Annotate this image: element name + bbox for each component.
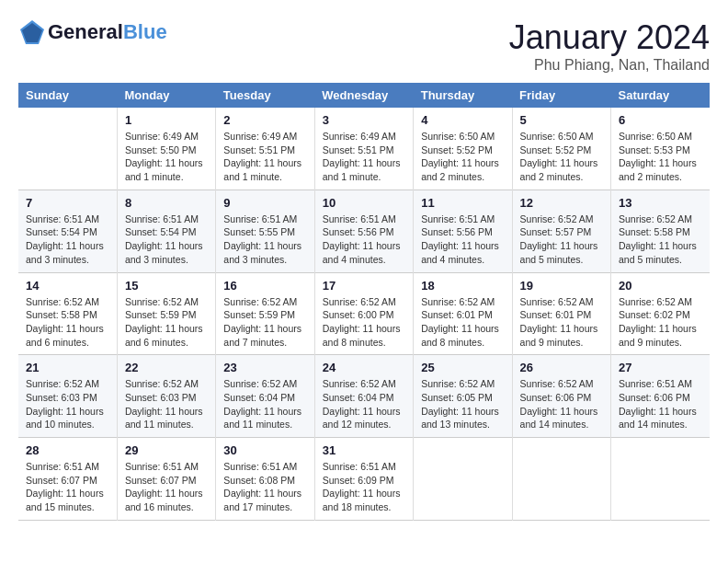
calendar-cell: 4Sunrise: 6:50 AM Sunset: 5:52 PM Daylig… [414,108,512,190]
day-number: 21 [26,361,109,374]
calendar-cell: 23Sunrise: 6:52 AM Sunset: 6:04 PM Dayli… [216,355,314,438]
day-info: Sunrise: 6:50 AM Sunset: 5:52 PM Dayligh… [421,130,504,184]
day-info: Sunrise: 6:51 AM Sunset: 6:08 PM Dayligh… [223,460,306,514]
day-info: Sunrise: 6:52 AM Sunset: 6:00 PM Dayligh… [323,295,405,350]
weekday-header-row: SundayMondayTuesdayWednesdayThursdayFrid… [18,83,710,108]
day-info: Sunrise: 6:49 AM Sunset: 5:51 PM Dayligh… [223,130,306,184]
day-info: Sunrise: 6:51 AM Sunset: 5:54 PM Dayligh… [125,213,208,267]
day-info: Sunrise: 6:51 AM Sunset: 6:09 PM Dayligh… [323,460,405,514]
calendar-cell [611,438,710,521]
calendar-cell: 24Sunrise: 6:52 AM Sunset: 6:04 PM Dayli… [314,355,413,438]
calendar-cell: 20Sunrise: 6:52 AM Sunset: 6:02 PM Dayli… [611,272,710,355]
logo-text: GeneralBlue [48,21,167,43]
calendar-cell: 16Sunrise: 6:52 AM Sunset: 5:59 PM Dayli… [216,272,314,355]
day-info: Sunrise: 6:51 AM Sunset: 5:55 PM Dayligh… [223,213,306,267]
weekday-header-wednesday: Wednesday [314,83,413,108]
calendar-week-row: 14Sunrise: 6:52 AM Sunset: 5:58 PM Dayli… [18,272,710,355]
calendar-week-row: 7Sunrise: 6:51 AM Sunset: 5:54 PM Daylig… [18,190,710,272]
calendar-cell: 17Sunrise: 6:52 AM Sunset: 6:00 PM Dayli… [314,272,413,355]
day-number: 5 [520,113,603,127]
day-number: 10 [323,196,405,210]
day-number: 4 [421,113,504,127]
calendar-cell: 10Sunrise: 6:51 AM Sunset: 5:56 PM Dayli… [314,190,413,272]
calendar-cell: 3Sunrise: 6:49 AM Sunset: 5:51 PM Daylig… [314,108,413,190]
calendar-cell: 19Sunrise: 6:52 AM Sunset: 6:01 PM Dayli… [512,272,610,355]
month-title: January 2024 [509,18,710,57]
calendar-cell [414,438,512,521]
calendar-cell: 14Sunrise: 6:52 AM Sunset: 5:58 PM Dayli… [18,272,117,355]
day-number: 20 [619,279,702,293]
day-info: Sunrise: 6:52 AM Sunset: 6:02 PM Dayligh… [619,295,702,350]
logo: GeneralBlue [18,18,167,46]
calendar-cell: 28Sunrise: 6:51 AM Sunset: 6:07 PM Dayli… [18,438,117,521]
calendar-cell: 26Sunrise: 6:52 AM Sunset: 6:06 PM Dayli… [512,355,610,438]
calendar-cell: 22Sunrise: 6:52 AM Sunset: 6:03 PM Dayli… [117,355,215,438]
calendar-week-row: 28Sunrise: 6:51 AM Sunset: 6:07 PM Dayli… [18,438,710,521]
day-number: 13 [619,196,702,210]
day-number: 11 [421,196,504,210]
day-number: 29 [125,443,208,457]
day-info: Sunrise: 6:51 AM Sunset: 6:07 PM Dayligh… [125,460,208,514]
calendar-cell: 29Sunrise: 6:51 AM Sunset: 6:07 PM Dayli… [117,438,215,521]
calendar-cell: 18Sunrise: 6:52 AM Sunset: 6:01 PM Dayli… [414,272,512,355]
day-info: Sunrise: 6:51 AM Sunset: 6:07 PM Dayligh… [26,460,109,514]
day-number: 25 [421,361,504,374]
day-number: 6 [619,113,702,127]
calendar-table: SundayMondayTuesdayWednesdayThursdayFrid… [18,83,710,521]
day-number: 9 [223,196,306,210]
day-number: 15 [125,279,208,293]
day-number: 19 [520,279,603,293]
weekday-header-monday: Monday [117,83,215,108]
day-info: Sunrise: 6:52 AM Sunset: 6:01 PM Dayligh… [421,295,504,350]
weekday-header-friday: Friday [512,83,610,108]
weekday-header-thursday: Thursday [414,83,512,108]
calendar-week-row: 1Sunrise: 6:49 AM Sunset: 5:50 PM Daylig… [18,108,710,190]
calendar-cell [18,108,117,190]
calendar-cell: 12Sunrise: 6:52 AM Sunset: 5:57 PM Dayli… [512,190,610,272]
day-info: Sunrise: 6:51 AM Sunset: 5:54 PM Dayligh… [26,213,109,267]
day-number: 28 [26,443,109,457]
day-info: Sunrise: 6:52 AM Sunset: 6:04 PM Dayligh… [323,377,405,431]
day-number: 30 [223,443,306,457]
calendar-cell: 15Sunrise: 6:52 AM Sunset: 5:59 PM Dayli… [117,272,215,355]
day-number: 23 [223,361,306,374]
calendar-cell: 11Sunrise: 6:51 AM Sunset: 5:56 PM Dayli… [414,190,512,272]
page-header: GeneralBlue January 2024 Phu Phiang, Nan… [18,18,710,74]
day-number: 14 [26,279,109,293]
day-number: 7 [26,196,109,210]
day-number: 12 [520,196,603,210]
day-info: Sunrise: 6:52 AM Sunset: 6:03 PM Dayligh… [125,377,208,431]
calendar-cell: 21Sunrise: 6:52 AM Sunset: 6:03 PM Dayli… [18,355,117,438]
calendar-cell [512,438,610,521]
day-info: Sunrise: 6:52 AM Sunset: 5:58 PM Dayligh… [619,213,702,267]
calendar-cell: 9Sunrise: 6:51 AM Sunset: 5:55 PM Daylig… [216,190,314,272]
calendar-cell: 1Sunrise: 6:49 AM Sunset: 5:50 PM Daylig… [117,108,215,190]
day-info: Sunrise: 6:52 AM Sunset: 6:01 PM Dayligh… [520,295,603,350]
calendar-week-row: 21Sunrise: 6:52 AM Sunset: 6:03 PM Dayli… [18,355,710,438]
calendar-cell: 13Sunrise: 6:52 AM Sunset: 5:58 PM Dayli… [611,190,710,272]
day-info: Sunrise: 6:52 AM Sunset: 6:04 PM Dayligh… [223,377,306,431]
calendar-cell: 2Sunrise: 6:49 AM Sunset: 5:51 PM Daylig… [216,108,314,190]
day-number: 16 [223,279,306,293]
calendar-cell: 7Sunrise: 6:51 AM Sunset: 5:54 PM Daylig… [18,190,117,272]
calendar-cell: 6Sunrise: 6:50 AM Sunset: 5:53 PM Daylig… [611,108,710,190]
day-number: 22 [125,361,208,374]
day-info: Sunrise: 6:50 AM Sunset: 5:52 PM Dayligh… [520,130,603,184]
day-info: Sunrise: 6:49 AM Sunset: 5:50 PM Dayligh… [125,130,208,184]
day-info: Sunrise: 6:50 AM Sunset: 5:53 PM Dayligh… [619,130,702,184]
day-info: Sunrise: 6:51 AM Sunset: 6:06 PM Dayligh… [619,377,702,431]
day-number: 3 [323,113,405,127]
day-info: Sunrise: 6:51 AM Sunset: 5:56 PM Dayligh… [323,213,405,267]
location: Phu Phiang, Nan, Thailand [509,57,710,74]
calendar-cell: 27Sunrise: 6:51 AM Sunset: 6:06 PM Dayli… [611,355,710,438]
day-number: 26 [520,361,603,374]
day-info: Sunrise: 6:52 AM Sunset: 5:58 PM Dayligh… [26,295,109,350]
day-number: 31 [323,443,405,457]
calendar-cell: 30Sunrise: 6:51 AM Sunset: 6:08 PM Dayli… [216,438,314,521]
day-number: 8 [125,196,208,210]
day-info: Sunrise: 6:49 AM Sunset: 5:51 PM Dayligh… [323,130,405,184]
day-info: Sunrise: 6:52 AM Sunset: 6:03 PM Dayligh… [26,377,109,431]
day-number: 1 [125,113,208,127]
calendar-cell: 8Sunrise: 6:51 AM Sunset: 5:54 PM Daylig… [117,190,215,272]
day-info: Sunrise: 6:52 AM Sunset: 5:59 PM Dayligh… [223,295,306,350]
